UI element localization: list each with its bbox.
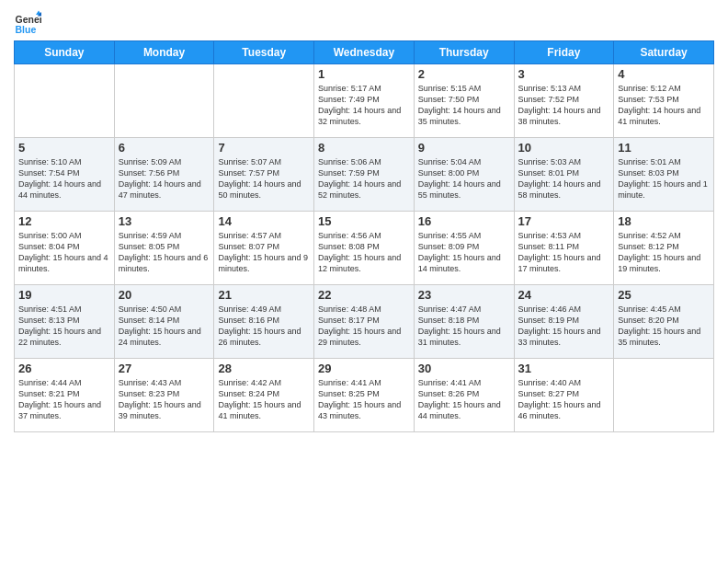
calendar-cell: 1Sunrise: 5:17 AMSunset: 7:49 PMDaylight… [314,64,415,138]
cell-info: Sunrise: 4:40 AMSunset: 8:27 PMDaylight:… [518,377,610,422]
cell-info: Sunrise: 5:07 AMSunset: 7:57 PMDaylight:… [218,156,310,201]
logo-icon: General Blue [14,9,41,37]
page-container: General Blue SundayMondayTuesdayWednesda… [0,0,728,442]
date-number: 2 [418,67,510,81]
cell-info: Sunrise: 4:49 AMSunset: 8:16 PMDaylight:… [218,304,310,349]
calendar-cell: 25Sunrise: 4:45 AMSunset: 8:20 PMDayligh… [614,285,714,359]
calendar-cell [114,64,214,138]
cell-info: Sunrise: 4:44 AMSunset: 8:21 PMDaylight:… [18,377,110,422]
calendar-cell: 12Sunrise: 5:00 AMSunset: 8:04 PMDayligh… [15,212,115,285]
cell-info: Sunrise: 5:12 AMSunset: 7:53 PMDaylight:… [618,83,710,128]
cell-info: Sunrise: 5:01 AMSunset: 8:03 PMDaylight:… [618,156,710,201]
cell-info: Sunrise: 5:04 AMSunset: 8:00 PMDaylight:… [418,156,510,201]
cell-info: Sunrise: 4:48 AMSunset: 8:17 PMDaylight:… [318,304,410,349]
calendar-cell: 5Sunrise: 5:10 AMSunset: 7:54 PMDaylight… [15,138,115,212]
date-number: 28 [218,362,310,375]
cell-info: Sunrise: 4:59 AMSunset: 8:05 PMDaylight:… [119,230,210,275]
cell-info: Sunrise: 4:53 AMSunset: 8:11 PMDaylight:… [518,230,610,275]
date-number: 29 [318,362,410,375]
calendar-cell: 24Sunrise: 4:46 AMSunset: 8:19 PMDayligh… [514,285,614,359]
calendar-cell: 23Sunrise: 4:47 AMSunset: 8:18 PMDayligh… [414,285,514,359]
date-number: 15 [318,214,410,228]
date-number: 23 [418,288,510,302]
calendar-cell: 27Sunrise: 4:43 AMSunset: 8:23 PMDayligh… [114,359,214,432]
calendar-cell: 8Sunrise: 5:06 AMSunset: 7:59 PMDaylight… [314,138,415,212]
calendar-cell: 4Sunrise: 5:12 AMSunset: 7:53 PMDaylight… [614,64,714,138]
calendar-cell: 26Sunrise: 4:44 AMSunset: 8:21 PMDayligh… [15,359,115,432]
calendar-cell: 13Sunrise: 4:59 AMSunset: 8:05 PMDayligh… [114,212,214,285]
cell-info: Sunrise: 5:00 AMSunset: 8:04 PMDaylight:… [18,230,110,275]
day-header-friday: Friday [514,41,614,64]
calendar-cell: 19Sunrise: 4:51 AMSunset: 8:13 PMDayligh… [15,285,115,359]
date-number: 7 [218,141,310,155]
calendar-cell: 21Sunrise: 4:49 AMSunset: 8:16 PMDayligh… [214,285,314,359]
calendar-cell: 29Sunrise: 4:41 AMSunset: 8:25 PMDayligh… [314,359,415,432]
cell-info: Sunrise: 4:56 AMSunset: 8:08 PMDaylight:… [318,230,410,275]
cell-info: Sunrise: 5:09 AMSunset: 7:56 PMDaylight:… [119,156,210,201]
cell-info: Sunrise: 4:46 AMSunset: 8:19 PMDaylight:… [518,304,610,349]
date-number: 3 [518,67,610,81]
day-header-tuesday: Tuesday [214,41,314,64]
calendar-cell: 22Sunrise: 4:48 AMSunset: 8:17 PMDayligh… [314,285,415,359]
calendar-cell [614,359,714,432]
day-header-sunday: Sunday [15,41,115,64]
date-number: 18 [618,214,710,228]
calendar-cell: 15Sunrise: 4:56 AMSunset: 8:08 PMDayligh… [314,212,415,285]
calendar-cell: 9Sunrise: 5:04 AMSunset: 8:00 PMDaylight… [414,138,514,212]
calendar-cell [214,64,314,138]
date-number: 13 [119,214,210,228]
date-number: 27 [119,362,210,375]
date-number: 8 [318,141,410,155]
date-number: 22 [318,288,410,302]
date-number: 21 [218,288,310,302]
calendar-cell: 30Sunrise: 4:41 AMSunset: 8:26 PMDayligh… [414,359,514,432]
date-number: 4 [618,67,710,81]
date-number: 31 [518,362,610,375]
cell-info: Sunrise: 4:51 AMSunset: 8:13 PMDaylight:… [18,304,110,349]
calendar-cell: 2Sunrise: 5:15 AMSunset: 7:50 PMDaylight… [414,64,514,138]
cell-info: Sunrise: 4:52 AMSunset: 8:12 PMDaylight:… [618,230,710,275]
date-number: 1 [318,67,410,81]
cell-info: Sunrise: 4:57 AMSunset: 8:07 PMDaylight:… [218,230,310,275]
calendar-cell: 28Sunrise: 4:42 AMSunset: 8:24 PMDayligh… [214,359,314,432]
calendar-cell: 6Sunrise: 5:09 AMSunset: 7:56 PMDaylight… [114,138,214,212]
calendar-cell: 14Sunrise: 4:57 AMSunset: 8:07 PMDayligh… [214,212,314,285]
calendar-cell: 11Sunrise: 5:01 AMSunset: 8:03 PMDayligh… [614,138,714,212]
calendar-table: SundayMondayTuesdayWednesdayThursdayFrid… [14,40,714,432]
date-number: 30 [418,362,510,375]
calendar-cell: 10Sunrise: 5:03 AMSunset: 8:01 PMDayligh… [514,138,614,212]
cell-info: Sunrise: 4:41 AMSunset: 8:25 PMDaylight:… [318,377,410,422]
cell-info: Sunrise: 4:41 AMSunset: 8:26 PMDaylight:… [418,377,510,422]
date-number: 11 [618,141,710,155]
date-number: 26 [18,362,110,375]
date-number: 9 [418,141,510,155]
cell-info: Sunrise: 4:47 AMSunset: 8:18 PMDaylight:… [418,304,510,349]
calendar-cell: 20Sunrise: 4:50 AMSunset: 8:14 PMDayligh… [114,285,214,359]
cell-info: Sunrise: 5:10 AMSunset: 7:54 PMDaylight:… [18,156,110,201]
header: General Blue [14,9,714,37]
date-number: 24 [518,288,610,302]
day-header-saturday: Saturday [614,41,714,64]
calendar-cell: 16Sunrise: 4:55 AMSunset: 8:09 PMDayligh… [414,212,514,285]
date-number: 10 [518,141,610,155]
cell-info: Sunrise: 5:17 AMSunset: 7:49 PMDaylight:… [318,83,410,128]
cell-info: Sunrise: 5:06 AMSunset: 7:59 PMDaylight:… [318,156,410,201]
date-number: 6 [119,141,210,155]
calendar-cell [15,64,115,138]
calendar-cell: 7Sunrise: 5:07 AMSunset: 7:57 PMDaylight… [214,138,314,212]
day-header-monday: Monday [114,41,214,64]
calendar-cell: 17Sunrise: 4:53 AMSunset: 8:11 PMDayligh… [514,212,614,285]
svg-text:Blue: Blue [16,24,37,35]
date-number: 14 [218,214,310,228]
cell-info: Sunrise: 4:55 AMSunset: 8:09 PMDaylight:… [418,230,510,275]
calendar-cell: 3Sunrise: 5:13 AMSunset: 7:52 PMDaylight… [514,64,614,138]
cell-info: Sunrise: 5:15 AMSunset: 7:50 PMDaylight:… [418,83,510,128]
date-number: 19 [18,288,110,302]
day-header-wednesday: Wednesday [314,41,415,64]
day-header-thursday: Thursday [414,41,514,64]
cell-info: Sunrise: 5:03 AMSunset: 8:01 PMDaylight:… [518,156,610,201]
cell-info: Sunrise: 4:45 AMSunset: 8:20 PMDaylight:… [618,304,710,349]
cell-info: Sunrise: 4:42 AMSunset: 8:24 PMDaylight:… [218,377,310,422]
date-number: 12 [18,214,110,228]
calendar-cell: 18Sunrise: 4:52 AMSunset: 8:12 PMDayligh… [614,212,714,285]
